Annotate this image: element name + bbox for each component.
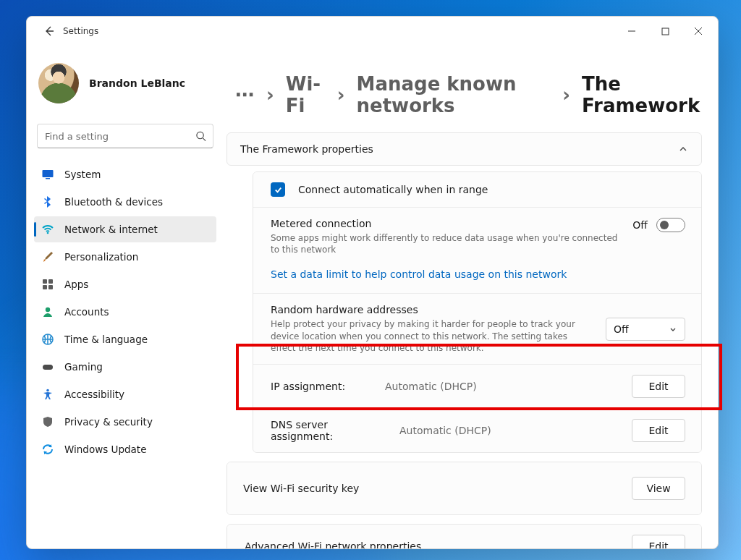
search-input[interactable] — [37, 124, 213, 148]
row-metered: Metered connection Some apps might work … — [253, 207, 701, 293]
ip-label: IP assignment: — [271, 381, 372, 392]
svg-rect-3 — [46, 178, 50, 179]
paintbrush-icon — [41, 250, 54, 263]
window-title: Settings — [63, 26, 98, 36]
sidebar-item-accessibility[interactable]: Accessibility — [34, 381, 216, 407]
sidebar-item-network[interactable]: Network & internet — [34, 216, 216, 242]
update-icon — [41, 443, 54, 456]
advanced-label: Advanced Wi-Fi network properties — [245, 540, 421, 548]
person-icon — [41, 305, 54, 318]
svg-point-12 — [46, 389, 49, 392]
metered-toggle[interactable]: Off — [632, 218, 685, 232]
sidebar-item-personalization[interactable]: Personalization — [34, 244, 216, 270]
properties-expander[interactable]: The Framework properties — [226, 132, 702, 166]
breadcrumb-current: The Framework — [582, 73, 702, 116]
sidebar-item-privacy[interactable]: Privacy & security — [34, 409, 216, 435]
data-limit-link[interactable]: Set a data limit to help control data us… — [271, 261, 685, 293]
sidebar-item-apps[interactable]: Apps — [34, 271, 216, 297]
toggle-off-icon — [656, 218, 685, 232]
svg-rect-2 — [43, 170, 54, 177]
svg-rect-0 — [662, 28, 669, 35]
gamepad-icon — [41, 360, 54, 373]
checkbox-checked-icon[interactable] — [271, 182, 285, 197]
svg-point-4 — [47, 232, 49, 234]
avatar — [38, 63, 79, 103]
sidebar-item-accounts[interactable]: Accounts — [34, 299, 216, 325]
dns-value: Automatic (DHCP) — [399, 425, 491, 436]
svg-rect-5 — [43, 279, 47, 284]
row-auto-connect[interactable]: Connect automatically when in range — [253, 172, 701, 207]
ip-value: Automatic (DHCP) — [385, 381, 477, 392]
chevron-right-icon: › — [337, 84, 345, 106]
breadcrumb-ellipsis[interactable]: ⋯ — [232, 84, 255, 106]
select-value: Off — [614, 323, 629, 335]
chevron-up-icon — [678, 144, 688, 154]
sidebar-item-label: Accounts — [64, 306, 109, 318]
svg-rect-7 — [43, 285, 47, 289]
svg-rect-6 — [48, 279, 53, 284]
svg-rect-8 — [48, 285, 53, 289]
display-icon — [41, 168, 54, 181]
toggle-label: Off — [632, 219, 648, 231]
minimize-icon — [627, 27, 636, 35]
maximize-button[interactable] — [648, 20, 682, 43]
globe-clock-icon — [41, 333, 54, 346]
row-security-key: View Wi-Fi security key View — [226, 462, 702, 515]
search-icon — [195, 131, 206, 142]
auto-connect-label: Connect automatically when in range — [298, 184, 685, 195]
breadcrumb-wifi[interactable]: Wi-Fi — [286, 73, 326, 116]
breadcrumb-manage-known[interactable]: Manage known networks — [357, 73, 551, 116]
titlebar: Settings — [27, 17, 718, 46]
row-dns-assignment: DNS server assignment: Automatic (DHCP) … — [253, 408, 701, 452]
sidebar-item-label: Privacy & security — [64, 416, 153, 428]
dns-edit-button[interactable]: Edit — [632, 419, 685, 442]
apps-icon — [41, 278, 54, 291]
settings-window: Settings Brandon LeBlanc — [26, 16, 719, 549]
bluetooth-icon — [41, 195, 54, 208]
sidebar-item-label: Gaming — [64, 361, 103, 373]
sidebar-item-label: Apps — [64, 279, 88, 290]
security-key-label: View Wi-Fi security key — [243, 483, 359, 494]
sidebar-item-label: Bluetooth & devices — [64, 196, 163, 208]
sidebar-item-label: Accessibility — [64, 389, 124, 400]
random-mac-select[interactable]: Off — [606, 318, 685, 341]
svg-point-9 — [46, 307, 50, 312]
sidebar-item-label: System — [64, 169, 101, 180]
random-mac-title: Random hardware addresses — [271, 304, 593, 315]
view-security-key-button[interactable]: View — [632, 477, 685, 500]
wifi-icon — [41, 223, 54, 236]
row-ip-assignment: IP assignment: Automatic (DHCP) Edit — [253, 364, 701, 408]
advanced-edit-button[interactable]: Edit — [632, 535, 685, 548]
metered-sub: Some apps might work differently to redu… — [271, 232, 619, 255]
back-button[interactable] — [37, 19, 62, 43]
random-mac-sub: Help protect your privacy by making it h… — [271, 318, 593, 354]
chevron-right-icon: › — [562, 84, 570, 106]
accessibility-icon — [41, 388, 54, 401]
chevron-right-icon: › — [266, 84, 274, 106]
close-icon — [694, 27, 703, 35]
row-advanced-properties: Advanced Wi-Fi network properties Edit — [226, 524, 702, 548]
sidebar-item-update[interactable]: Windows Update — [34, 436, 216, 462]
expander-title: The Framework properties — [240, 143, 373, 155]
user-name: Brandon LeBlanc — [89, 77, 185, 89]
search-field[interactable] — [37, 124, 213, 148]
ip-edit-button[interactable]: Edit — [632, 375, 685, 398]
user-account-button[interactable]: Brandon LeBlanc — [33, 48, 218, 115]
sidebar: Brandon LeBlanc System Bluetooth & devic… — [27, 46, 224, 548]
sidebar-item-label: Network & internet — [64, 224, 158, 235]
close-button[interactable] — [682, 20, 715, 43]
minimize-button[interactable] — [615, 20, 648, 43]
main-content: ⋯ › Wi-Fi › Manage known networks › The … — [224, 46, 718, 548]
properties-group: Connect automatically when in range Mete… — [253, 171, 702, 453]
sidebar-item-bluetooth[interactable]: Bluetooth & devices — [34, 189, 216, 215]
row-random-mac: Random hardware addresses Help protect y… — [253, 293, 701, 364]
shield-icon — [41, 415, 54, 428]
sidebar-item-label: Time & language — [64, 334, 148, 345]
sidebar-item-system[interactable]: System — [34, 161, 216, 187]
sidebar-item-gaming[interactable]: Gaming — [34, 354, 216, 380]
arrow-left-icon — [43, 25, 55, 37]
svg-point-1 — [197, 132, 203, 138]
sidebar-item-time[interactable]: Time & language — [34, 326, 216, 352]
chevron-down-icon — [669, 325, 677, 334]
svg-rect-11 — [43, 365, 53, 370]
